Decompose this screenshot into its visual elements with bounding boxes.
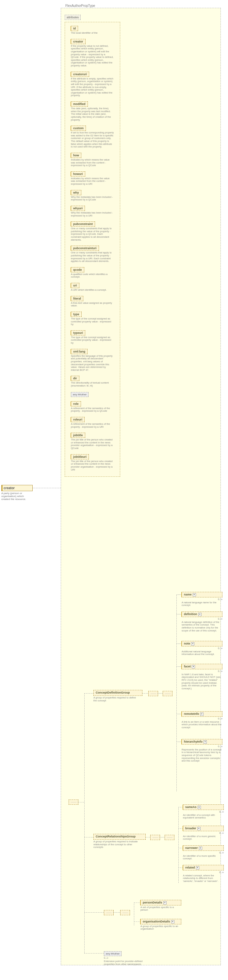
- child-element-name[interactable]: organisationDetails+: [141, 919, 181, 924]
- connector: [178, 867, 183, 868]
- attribute-name[interactable]: custom: [71, 126, 86, 131]
- expand-icon[interactable]: +: [171, 920, 174, 923]
- attribute-name[interactable]: qcode: [71, 267, 84, 272]
- attribute-name[interactable]: role: [71, 401, 81, 406]
- attribute-desc: If the attribute is empty, specifies whi…: [71, 78, 114, 97]
- attribute-desc: If set to true the corresponding propert…: [71, 132, 114, 148]
- attribute-name[interactable]: creatoruri: [71, 72, 89, 77]
- attribute-name[interactable]: type: [71, 312, 82, 317]
- group-desc: A group of properties required to indica…: [93, 840, 139, 849]
- expand-icon[interactable]: +: [193, 593, 196, 597]
- child-element-name[interactable]: facet+: [182, 664, 222, 669]
- attribute-desc: The type of the concept assigned as cont…: [71, 318, 114, 326]
- connector: [146, 837, 150, 837]
- attribute-name[interactable]: id: [71, 26, 78, 31]
- attribute-name[interactable]: jobtitle: [71, 433, 85, 438]
- expand-icon[interactable]: +: [198, 613, 201, 616]
- expand-icon[interactable]: +: [196, 866, 199, 869]
- any-other-extension: any ##other 0..∞ Extension point for pro…: [104, 950, 156, 966]
- child-element-name[interactable]: personDetails+: [141, 900, 181, 905]
- child-element-name[interactable]: name+: [182, 592, 222, 597]
- attribute-item: dirThe directionality of textual content…: [71, 375, 118, 387]
- child-element: definition+0..∞A natural language defini…: [182, 611, 222, 632]
- attribute-item: whyuriWhy the metadata has been included…: [71, 205, 118, 217]
- attribute-name[interactable]: pubconstrainturi: [71, 246, 99, 251]
- connector: [176, 741, 182, 742]
- attribute-item: jobtitleuriThe job title of the person w…: [71, 453, 118, 471]
- attribute-name[interactable]: uri: [71, 283, 79, 288]
- connector: [178, 808, 179, 883]
- attribute-item: jobtitleThe job title of the person who …: [71, 432, 118, 450]
- group-label[interactable]: ConceptDefinitionGroup: [93, 690, 142, 696]
- attribute-desc: One or many constraints that apply to pu…: [71, 251, 114, 263]
- expand-icon[interactable]: +: [199, 846, 202, 850]
- root-element-name[interactable]: creator: [1, 485, 33, 491]
- child-element: sameAs+0..∞An identifier of a concept wi…: [183, 804, 224, 819]
- child-element-name[interactable]: hierarchyInfo+: [182, 739, 222, 745]
- attribute-name[interactable]: howuri: [71, 171, 85, 177]
- expand-icon[interactable]: +: [192, 665, 195, 668]
- attribute-name[interactable]: whyuri: [71, 206, 85, 211]
- connector: [134, 921, 141, 922]
- child-element-name[interactable]: note+: [182, 641, 222, 646]
- attribute-desc: If the property value is not defined, sp…: [71, 45, 114, 67]
- attributes-container: attributes idThe local identifier of the…: [65, 14, 120, 477]
- attribute-item: literalA free-text value assigned as pro…: [71, 295, 118, 307]
- expand-icon[interactable]: +: [200, 713, 204, 716]
- occurrence: 0..∞: [182, 598, 222, 601]
- attribute-name[interactable]: why: [71, 190, 81, 195]
- attribute-item: any ##other: [71, 391, 118, 397]
- attribute-item: pubconstraintOne or many constraints tha…: [71, 220, 118, 241]
- occurrence: 0..∞: [183, 810, 224, 813]
- attribute-name[interactable]: creator: [71, 39, 86, 44]
- expand-icon[interactable]: +: [163, 901, 166, 904]
- expand-icon[interactable]: +: [198, 806, 201, 809]
- attribute-name[interactable]: dir: [71, 376, 79, 381]
- child-element-desc: A set of properties specific to a person: [141, 906, 181, 912]
- root-element-desc: A party (person or organisation) which c…: [1, 492, 32, 501]
- attribute-desc: The date (and, optionally, the time) whe…: [71, 107, 114, 121]
- connector: [84, 693, 85, 953]
- expand-icon[interactable]: +: [191, 642, 194, 646]
- attribute-name[interactable]: pubconstraint: [71, 221, 95, 227]
- attribute-name[interactable]: modified: [71, 101, 88, 107]
- attribute-name[interactable]: xml:lang: [71, 349, 87, 354]
- child-element-name[interactable]: broader+: [183, 826, 224, 831]
- child-element-desc: A link to an item or a web resource whic…: [182, 721, 222, 729]
- child-element-desc: Represents the position of a concept in …: [182, 748, 222, 762]
- any-other-label[interactable]: any ##other: [71, 392, 89, 397]
- connector: [176, 714, 182, 714]
- connector: [157, 693, 163, 694]
- child-element: narrower+0..∞An identifier of a more spe…: [183, 845, 224, 860]
- attribute-desc: The local identifier of the: [71, 32, 114, 35]
- attribute-item: roleA refinement of the semantics of the…: [71, 400, 118, 413]
- child-element-name[interactable]: related+: [183, 865, 224, 870]
- attribute-item: qcodeA qualified code which identifies a…: [71, 266, 118, 278]
- attribute-item: typeThe type of the concept assigned as …: [71, 311, 118, 326]
- child-element-name[interactable]: definition+: [182, 611, 222, 617]
- attribute-desc: A URI which identifies a concept.: [71, 289, 114, 292]
- expand-icon[interactable]: +: [197, 827, 201, 830]
- connector: [134, 902, 134, 925]
- child-element-desc: An identifier of a more specific concept…: [183, 855, 224, 860]
- connector: [159, 837, 165, 837]
- child-element-name[interactable]: remoteInfo+: [182, 711, 222, 717]
- connector: [113, 912, 120, 913]
- attribute-name[interactable]: typeuri: [71, 330, 85, 336]
- attribute-item: roleuriA refinement of the semantics of …: [71, 416, 118, 428]
- expand-icon[interactable]: +: [204, 740, 207, 744]
- attribute-name[interactable]: how: [71, 153, 81, 158]
- child-element-name[interactable]: sameAs+: [183, 804, 224, 810]
- attributes-header[interactable]: attributes: [65, 15, 81, 20]
- attribute-name[interactable]: roleuri: [71, 417, 85, 422]
- attribute-desc: A refinement of the semantics of the pro…: [71, 407, 114, 413]
- sequence-connector: [165, 835, 174, 840]
- attribute-desc: Indicates by which means the value was e…: [71, 159, 114, 167]
- child-element-name[interactable]: narrower+: [183, 845, 224, 851]
- any-other-desc: Extension point for provider-defined pro…: [104, 960, 150, 966]
- attribute-desc: The job title of the person who created …: [71, 460, 114, 471]
- attribute-name[interactable]: literal: [71, 296, 83, 301]
- any-other-label[interactable]: any ##other: [104, 951, 122, 956]
- attribute-name[interactable]: jobtitleuri: [71, 454, 89, 460]
- group-label[interactable]: ConceptRelationshipsGroup: [93, 834, 146, 840]
